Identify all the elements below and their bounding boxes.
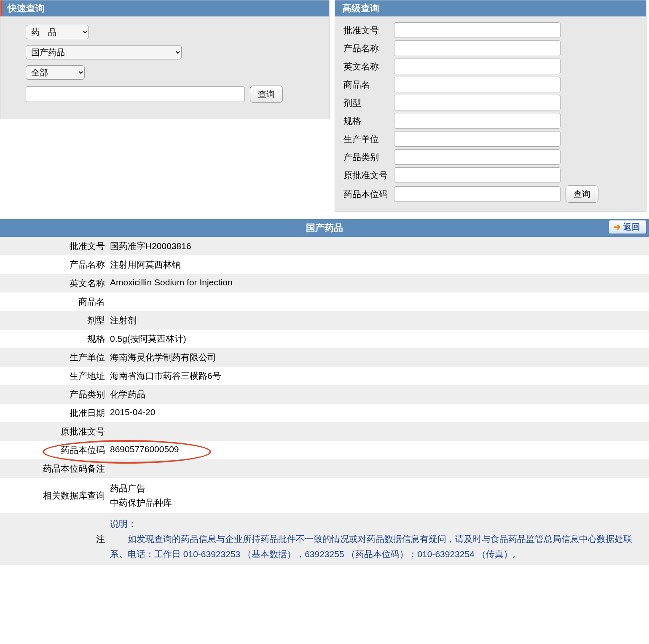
advanced-search-button[interactable]: 查询: [566, 185, 598, 203]
detail-value: 国药准字H20003816: [107, 237, 649, 255]
adv-field-label: 产品类别: [343, 151, 394, 163]
table-row: 批准日期2015-04-20: [0, 404, 649, 422]
detail-table: 批准文号国药准字H20003816产品名称注射用阿莫西林钠英文名称Amoxici…: [0, 237, 649, 565]
scope-select[interactable]: 全部: [26, 65, 85, 80]
adv-field-input[interactable]: [394, 59, 560, 74]
detail-value: 0.5g(按阿莫西林计): [107, 330, 649, 348]
table-row: 注说明：如发现查询的药品信息与企业所持药品批件不一致的情况或对药品数据信息有疑问…: [0, 513, 649, 565]
adv-field-label: 商品名: [343, 79, 394, 91]
type-select[interactable]: 国产药品: [26, 45, 182, 59]
table-row: 剂型注射剂: [0, 311, 649, 330]
detail-label: 生产地址: [0, 367, 107, 385]
detail-value: 注射剂: [107, 311, 649, 330]
adv-field-label: 剂型: [343, 97, 394, 109]
detail-label: 规格: [0, 330, 107, 348]
adv-field-input[interactable]: [394, 40, 560, 56]
adv-field-input[interactable]: [394, 22, 560, 38]
detail-value: [107, 459, 649, 478]
quick-search-button[interactable]: 查询: [250, 86, 283, 103]
adv-field-input[interactable]: [394, 95, 560, 110]
detail-label: 生产单位: [0, 348, 107, 367]
detail-label: 原批准文号: [0, 422, 107, 441]
table-row: 相关数据库查询药品广告中药保护品种库: [0, 478, 649, 513]
arrow-right-icon: ➜: [613, 222, 621, 233]
table-row: 批准文号国药准字H20003816: [0, 237, 649, 255]
adv-field-label: 英文名称: [343, 61, 394, 72]
back-button[interactable]: ➜ 返回: [609, 220, 646, 234]
table-row: 产品名称注射用阿莫西林钠: [0, 255, 649, 274]
detail-label: 批准文号: [0, 237, 107, 255]
detail-value: 海南海灵化学制药有限公司: [107, 348, 649, 367]
detail-value: 2015-04-20: [107, 404, 649, 422]
adv-field-input[interactable]: [394, 167, 560, 183]
advanced-search-panel: 高级查询 批准文号产品名称英文名称商品名剂型规格生产单位产品类别原批准文号药品本…: [335, 0, 646, 212]
adv-field-input[interactable]: [394, 186, 560, 202]
table-row: 规格0.5g(按阿莫西林计): [0, 330, 649, 348]
detail-label: 药品本位码备注: [0, 459, 107, 478]
table-row: 商品名: [0, 292, 649, 311]
detail-label: 产品名称: [0, 255, 107, 274]
quick-search-input[interactable]: [26, 86, 245, 102]
table-row: 药品本位码备注: [0, 459, 649, 478]
detail-label: 药品本位码: [0, 441, 107, 459]
detail-value: 注射用阿莫西林钠: [107, 255, 649, 274]
detail-value: [107, 422, 649, 441]
table-row: 药品本位码86905776000509: [0, 441, 649, 459]
detail-value: Amoxicillin Sodium for Injection: [107, 274, 649, 292]
adv-field-input[interactable]: [394, 113, 560, 129]
detail-label: 相关数据库查询: [0, 478, 107, 513]
adv-field-label: 批准文号: [343, 24, 394, 36]
adv-field-label: 原批准文号: [343, 169, 394, 181]
table-row: 生产单位海南海灵化学制药有限公司: [0, 348, 649, 367]
detail-label: 注: [0, 513, 107, 565]
adv-field-input[interactable]: [394, 149, 560, 165]
result-title: 国产药品: [306, 223, 343, 233]
adv-field-label: 生产单位: [343, 133, 394, 145]
advanced-search-title: 高级查询: [335, 0, 646, 16]
detail-label: 英文名称: [0, 274, 107, 292]
detail-value: 药品广告中药保护品种库: [107, 478, 649, 513]
quick-search-panel: 快速查询 药 品 国产药品 全部 查询: [0, 0, 330, 119]
detail-label: 产品类别: [0, 385, 107, 404]
adv-field-input[interactable]: [394, 77, 560, 92]
detail-label: 批准日期: [0, 404, 107, 422]
detail-value: 化学药品: [107, 385, 649, 404]
back-button-label: 返回: [623, 221, 640, 233]
table-row: 原批准文号: [0, 422, 649, 441]
adv-field-label: 规格: [343, 115, 394, 127]
category-select[interactable]: 药 品: [26, 25, 89, 39]
table-row: 英文名称Amoxicillin Sodium for Injection: [0, 274, 649, 292]
detail-label: 商品名: [0, 292, 107, 311]
table-row: 生产地址海南省海口市药谷三横路6号: [0, 367, 649, 385]
adv-field-label: 药品本位码: [343, 188, 394, 200]
adv-field-input[interactable]: [394, 131, 560, 147]
detail-value: 海南省海口市药谷三横路6号: [107, 367, 649, 385]
quick-search-title: 快速查询: [0, 0, 329, 16]
note-text: 说明：如发现查询的药品信息与企业所持药品批件不一致的情况或对药品数据信息有疑问，…: [107, 513, 649, 565]
result-header: 国产药品 ➜ 返回: [0, 219, 649, 237]
detail-value: [107, 292, 649, 311]
table-row: 产品类别化学药品: [0, 385, 649, 404]
detail-label: 剂型: [0, 311, 107, 330]
detail-value: 86905776000509: [107, 441, 649, 459]
adv-field-label: 产品名称: [343, 43, 394, 54]
